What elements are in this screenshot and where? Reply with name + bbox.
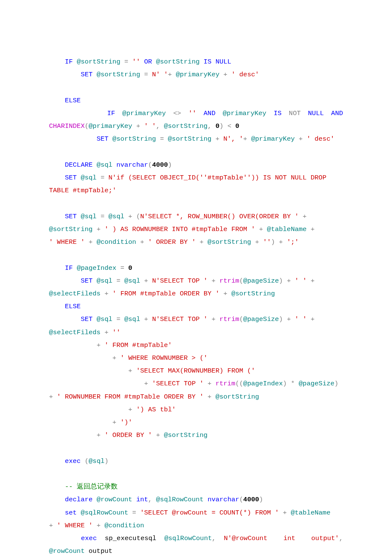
paren: ): [279, 315, 283, 323]
operator: =: [101, 213, 104, 220]
code-line: ELSE: [49, 94, 343, 107]
operator: +: [196, 238, 204, 246]
code-line: SET @sortString = N' '+ @primaryKey + ' …: [49, 68, 343, 81]
type: nvarchar: [208, 496, 239, 503]
code-line: + ' ROWNUMBER FROM #tmpTable ORDER BY ' …: [49, 390, 343, 403]
paren: (: [132, 213, 140, 220]
identifier: @primaryKey: [223, 110, 266, 117]
number: 0: [211, 122, 219, 130]
operator: +: [49, 406, 132, 413]
comma: ,: [156, 122, 160, 130]
code-line: + ' ORDER BY ' + @sortString: [49, 429, 343, 442]
keyword: output: [89, 547, 112, 555]
blank-line: [49, 468, 343, 480]
operator: +: [255, 225, 263, 233]
code-line: SET @sql = @sql + N'SELECT TOP ' + rtrim…: [49, 275, 343, 287]
identifier: @sql: [92, 161, 116, 169]
operator: +: [49, 367, 132, 375]
function: rtrim: [211, 380, 235, 387]
code-line: + 'SELECT TOP ' + rtrim((@pageIndex) * @…: [49, 377, 343, 390]
keyword: NOT: [289, 110, 301, 117]
operator: *: [287, 380, 295, 387]
string: 'SELECT MAX(ROWNUMBER) FROM (': [132, 367, 255, 375]
string: '': [259, 238, 271, 246]
operator: +: [283, 277, 291, 285]
operator: +: [168, 71, 172, 78]
code-line: exec sp_executesql @sqlRowCount, N'@rowC…: [49, 532, 343, 545]
blank-line: [49, 146, 343, 159]
operator: =: [144, 71, 148, 78]
number: 4000: [243, 496, 259, 503]
string: N'if (SELECT OBJECT_ID(''#tmpTable'')) I…: [104, 174, 330, 182]
keyword: SET: [49, 71, 92, 78]
string: ' ROWNUMBER FROM #tmpTable ORDER BY ': [53, 393, 203, 401]
keyword: SET: [49, 213, 77, 220]
string: ' desc': [303, 135, 334, 143]
identifier: @sql: [77, 213, 101, 220]
code-line: exec (@sql): [49, 455, 343, 468]
string: ') AS tbl': [132, 406, 176, 413]
code-line: + 'SELECT MAX(ROWNUMBER) FROM (': [49, 364, 343, 377]
operator: +: [204, 380, 212, 387]
number: 0: [124, 264, 133, 272]
identifier: @tableName: [287, 509, 330, 517]
keyword: exec: [49, 457, 81, 465]
identifier: @primaryKey: [122, 110, 166, 117]
string: N'@rowCount int output': [224, 535, 339, 542]
keyword: SET: [49, 315, 92, 323]
identifier: @sortString: [92, 71, 144, 78]
identifier: @sortString: [49, 225, 97, 233]
code-line: SET @sql = @sql + N'SELECT TOP ' + rtrim…: [49, 313, 343, 326]
identifier: @sqlRowCount: [152, 496, 208, 503]
blank-line: [49, 442, 343, 455]
operator: =: [120, 264, 124, 272]
keyword: IF: [49, 58, 73, 66]
paren: ): [168, 161, 172, 169]
string: ' ': [291, 315, 306, 323]
string: N'SELECT TOP ': [148, 277, 208, 285]
operator: +: [49, 431, 101, 439]
identifier: @sql: [104, 213, 128, 220]
paren: ): [271, 238, 275, 246]
operator: <>: [173, 110, 181, 117]
string: ' ': [140, 122, 156, 130]
string: '': [188, 110, 196, 117]
operator: +: [104, 290, 108, 298]
comma: ,: [339, 535, 343, 542]
function: CHARINDEX: [49, 122, 85, 130]
identifier: @sortString: [109, 135, 160, 143]
operator: +: [299, 213, 307, 220]
operator: +: [283, 315, 291, 323]
number: 0: [231, 122, 239, 130]
identifier: @sql: [89, 457, 104, 465]
string: N', ': [219, 135, 243, 143]
operator: +: [92, 522, 101, 529]
code-line: @sortString + ' ) AS ROWNUMBER INTO #tmp…: [49, 223, 343, 236]
function: rtrim: [216, 277, 239, 285]
string: ' FROM #tmpTable ORDER BY ': [109, 290, 219, 298]
identifier: @primaryKey: [247, 135, 299, 143]
operator: +: [223, 71, 227, 78]
identifier: @sql: [120, 315, 144, 323]
code-line: @selectFileds + ' FROM #tmpTable ORDER B…: [49, 287, 343, 300]
function: rtrim: [216, 315, 239, 323]
string: 'SELECT TOP ': [148, 380, 204, 387]
operator: +: [128, 213, 132, 220]
paren: (: [239, 315, 243, 323]
identifier: @sqlRowCount: [77, 509, 132, 517]
code-page: IF @sortString = '' OR @sortString IS NU…: [0, 0, 392, 555]
identifier: @sqlRowCount: [164, 535, 212, 542]
string: ' ': [291, 277, 306, 285]
code-line: SET @sortString = @sortString + N', '+ @…: [49, 133, 343, 145]
string: ' WHERE ': [49, 238, 85, 246]
operator: +: [49, 522, 53, 529]
operator: +: [275, 238, 283, 246]
identifier: @sortString: [164, 135, 216, 143]
paren: (: [239, 277, 243, 285]
paren: ): [259, 496, 263, 503]
comma: ,: [212, 535, 216, 542]
paren: ): [104, 457, 108, 465]
blank-line: [49, 81, 343, 94]
code-line: ELSE: [49, 300, 343, 313]
identifier: @sortString: [204, 238, 255, 246]
